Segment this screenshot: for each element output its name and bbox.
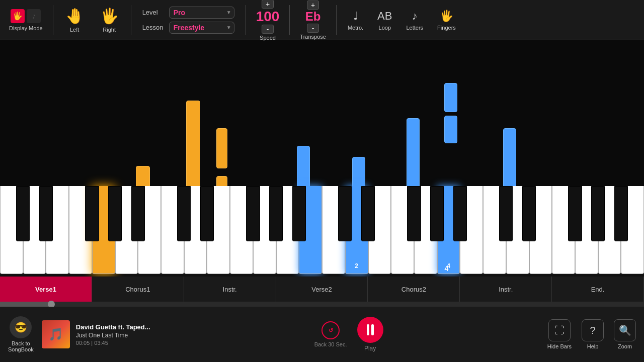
hide-bars-button[interactable]: ⛶ Hide Bars: [547, 319, 572, 349]
speed-minus-button[interactable]: -: [262, 25, 274, 34]
fingers-button[interactable]: 🖐 Fingers: [432, 8, 461, 33]
help-button[interactable]: ? Help: [582, 319, 604, 349]
back-to-songbook-button[interactable]: 😎 Back toSongBook: [8, 316, 34, 352]
letters-icon: ♪: [412, 10, 418, 23]
play-label: Play: [364, 345, 376, 352]
black-key-3-0[interactable]: [499, 186, 513, 241]
speed-plus-button[interactable]: +: [262, 0, 274, 9]
level-select[interactable]: Pro Beginner Intermediate: [169, 7, 234, 19]
letters-button[interactable]: ♪ Letters: [401, 8, 428, 33]
level-lesson-section: Level Pro Beginner Intermediate Lesson F…: [137, 7, 239, 34]
black-key-1-1[interactable]: [200, 186, 214, 241]
black-key-1-0[interactable]: [177, 186, 191, 241]
black-key-0-1[interactable]: [39, 186, 53, 241]
black-key-2-1[interactable]: [361, 186, 375, 241]
display-mode-label: Display Mode: [9, 25, 43, 31]
right-hand-button[interactable]: 🖐 Right: [94, 5, 125, 35]
black-key-2-3[interactable]: [407, 186, 421, 241]
right-hand-icon: 🖐: [100, 7, 119, 25]
level-select-wrapper[interactable]: Pro Beginner Intermediate: [169, 7, 234, 19]
black-key-3-5[interactable]: [614, 186, 628, 241]
black-key-3-1[interactable]: [522, 186, 536, 241]
level-row: Level Pro Beginner Intermediate: [142, 7, 234, 19]
bottom-right-controls: ⛶ Hide Bars ? Help 🔍 Zoom: [547, 319, 636, 349]
black-key-2-4[interactable]: [430, 186, 444, 241]
black-key-3-3[interactable]: [568, 186, 582, 241]
left-hand-icon: 🤚: [65, 7, 84, 25]
tab-chorus1[interactable]: Chorus1: [92, 277, 184, 302]
tab-chorus2[interactable]: Chorus2: [368, 277, 460, 302]
divider-1: [53, 5, 53, 35]
lesson-row: Lesson Freestyle Guided Practice: [142, 22, 234, 34]
fingers-label: Fingers: [437, 25, 456, 31]
black-key-0-5[interactable]: [131, 186, 145, 241]
black-key-3-4[interactable]: [591, 186, 605, 241]
black-key-0-0[interactable]: [16, 186, 30, 241]
transpose-value: Eb: [305, 11, 321, 23]
back-30-section[interactable]: ↺ Back 30 Sec.: [314, 321, 347, 347]
progress-bar-fill: [0, 302, 51, 307]
help-label: Help: [587, 343, 599, 349]
level-label: Level: [142, 9, 165, 16]
divider-3: [246, 5, 246, 35]
transpose-section: + Eb - Transpose: [296, 1, 330, 40]
black-key-1-3[interactable]: [246, 186, 260, 241]
black-key-0-4[interactable]: [108, 186, 122, 241]
play-pause-button[interactable]: [357, 317, 383, 343]
metro-button[interactable]: ♩ Metro.: [343, 8, 368, 33]
zoom-button[interactable]: 🔍 Zoom: [614, 319, 636, 349]
transpose-label: Transpose: [300, 34, 326, 40]
tab-verse1[interactable]: Verse1: [0, 277, 92, 302]
pause-icon: [367, 324, 374, 335]
tab-end[interactable]: End.: [552, 277, 644, 302]
song-title: David Guetta ft. Taped...: [76, 323, 150, 331]
lesson-select[interactable]: Freestyle Guided Practice: [169, 22, 234, 34]
back-30-label: Back 30 Sec.: [314, 341, 347, 347]
song-text: David Guetta ft. Taped... Just One Last …: [76, 323, 150, 346]
speed-value: 100: [256, 10, 280, 24]
display-mode-icon-active: 🖐: [11, 9, 25, 23]
tab-instr1[interactable]: Instr.: [184, 277, 276, 302]
letters-label: Letters: [406, 25, 423, 31]
black-key-1-5[interactable]: [292, 186, 306, 241]
display-mode-button[interactable]: 🖐 ♪ Display Mode: [5, 7, 47, 33]
transpose-plus-button[interactable]: +: [307, 1, 319, 10]
divider-4: [289, 5, 290, 35]
songbook-avatar: 😎: [10, 316, 32, 338]
song-time: 00:05 | 03:45: [76, 340, 150, 346]
loop-button[interactable]: AB Loop: [372, 8, 397, 33]
right-hand-label: Right: [103, 27, 116, 33]
piano-container: 244: [0, 186, 644, 277]
loop-label: Loop: [379, 25, 391, 31]
left-hand-label: Left: [70, 27, 79, 33]
back-30-icon: ↺: [321, 321, 340, 339]
song-info-section: 🎵 David Guetta ft. Taped... Just One Las…: [42, 320, 150, 348]
fingers-icon: 🖐: [440, 10, 453, 23]
lesson-select-wrapper[interactable]: Freestyle Guided Practice: [169, 22, 234, 34]
tab-verse2[interactable]: Verse2: [276, 277, 368, 302]
toolbar: 🖐 ♪ Display Mode 🤚 Left 🖐 Right Level Pr…: [0, 0, 644, 40]
left-hand-button[interactable]: 🤚 Left: [59, 5, 90, 35]
loop-icon: AB: [377, 10, 392, 23]
help-icon: ?: [582, 319, 604, 341]
black-key-2-5[interactable]: [453, 186, 467, 241]
transpose-minus-button[interactable]: -: [307, 24, 319, 33]
note-blue-6: [444, 116, 457, 143]
zoom-label: Zoom: [618, 343, 632, 349]
black-key-2-0[interactable]: [338, 186, 352, 241]
song-thumbnail: 🎵: [42, 320, 70, 348]
songbook-label: Back toSongBook: [8, 340, 34, 352]
song-thumbnail-image: 🎵: [42, 320, 70, 348]
lesson-label: Lesson: [142, 24, 165, 31]
tab-instr2[interactable]: Instr.: [460, 277, 552, 302]
metro-icon: ♩: [353, 10, 358, 23]
progress-bar-container[interactable]: [0, 302, 644, 307]
speed-label: Speed: [260, 35, 276, 41]
note-blue-5: [444, 83, 457, 112]
note-yellow-3: [216, 128, 227, 168]
divider-5: [336, 5, 337, 35]
speed-section: + 100 - Speed: [252, 0, 284, 41]
black-key-0-3[interactable]: [85, 186, 99, 241]
metro-label: Metro.: [348, 25, 363, 31]
black-key-1-4[interactable]: [269, 186, 283, 241]
